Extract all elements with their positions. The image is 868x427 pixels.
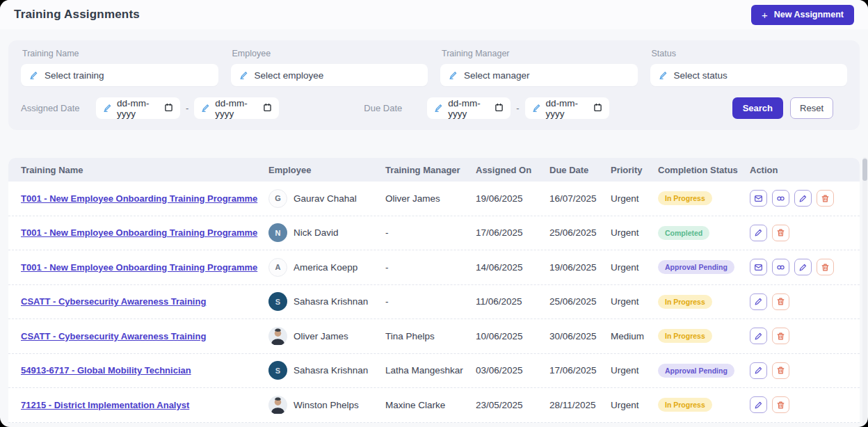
employee-avatar: G bbox=[268, 189, 287, 208]
assigned-date-to-input[interactable]: dd-mm-yyyy bbox=[194, 97, 279, 119]
edit-button[interactable] bbox=[750, 362, 767, 379]
employee-name: America Koepp bbox=[294, 262, 357, 273]
filter-field-label: Training Manager bbox=[442, 49, 638, 58]
column-header: Priority bbox=[611, 165, 658, 175]
employee-name: Sahasra Krishnan bbox=[294, 365, 368, 376]
link-button[interactable] bbox=[772, 259, 789, 275]
edit-button[interactable] bbox=[750, 225, 767, 241]
column-header: Training Manager bbox=[385, 165, 476, 175]
range-separator: - bbox=[516, 103, 519, 113]
delete-button[interactable] bbox=[772, 328, 789, 344]
search-button[interactable]: Search bbox=[732, 97, 783, 119]
calendar-icon[interactable] bbox=[263, 102, 272, 115]
due-date: 25/06/2025 bbox=[549, 227, 611, 238]
filter-select-value: Select training bbox=[45, 70, 104, 81]
filter-panel: Training Name Select training Employee S… bbox=[8, 40, 860, 130]
assigned-on-date: 19/06/2025 bbox=[476, 193, 549, 204]
scrollbar-thumb[interactable] bbox=[862, 159, 867, 181]
range-separator: - bbox=[186, 103, 188, 113]
priority: Urgent bbox=[611, 296, 658, 307]
status-badge: Approval Pending bbox=[658, 260, 734, 274]
table-body: T001 - New Employee Onboarding Training … bbox=[8, 182, 860, 423]
edit-button[interactable] bbox=[750, 396, 767, 413]
pen-icon bbox=[659, 71, 668, 80]
mail-button[interactable] bbox=[750, 259, 767, 275]
employee-name: Sahasra Krishnan bbox=[294, 296, 368, 307]
pen-icon bbox=[532, 104, 541, 113]
page-title: Training Assignments bbox=[14, 8, 140, 22]
priority: Urgent bbox=[611, 262, 658, 273]
training-manager: - bbox=[385, 296, 476, 307]
edit-button[interactable] bbox=[750, 293, 767, 310]
training-manager: Maxine Clarke bbox=[385, 400, 476, 410]
filter-select[interactable]: Select training bbox=[21, 64, 218, 86]
assignments-table: Training NameEmployeeTraining ManagerAss… bbox=[8, 158, 860, 423]
assigned-on-date: 17/06/2025 bbox=[476, 227, 549, 238]
training-link[interactable]: CSATT - Cybersecurity Awareness Training bbox=[21, 331, 216, 341]
filter-select[interactable]: Select employee bbox=[231, 64, 428, 86]
filter-field-label: Training Name bbox=[22, 49, 218, 58]
training-link[interactable]: T001 - New Employee Onboarding Training … bbox=[21, 193, 267, 204]
delete-button[interactable] bbox=[772, 396, 789, 413]
filter-select-value: Select employee bbox=[255, 70, 324, 81]
status-badge: In Progress bbox=[658, 329, 712, 343]
filter-select-value: Select status bbox=[674, 70, 728, 81]
training-link[interactable]: CSATT - Cybersecurity Awareness Training bbox=[21, 296, 216, 307]
delete-button[interactable] bbox=[817, 259, 834, 275]
employee-avatar bbox=[268, 327, 287, 346]
due-date: 25/06/2025 bbox=[549, 296, 611, 307]
filter-field-label: Employee bbox=[232, 49, 428, 58]
column-header: Completion Status bbox=[658, 165, 750, 175]
pen-icon bbox=[29, 71, 38, 80]
priority: Medium bbox=[611, 331, 658, 341]
column-header: Due Date bbox=[549, 165, 611, 175]
priority: Urgent bbox=[611, 227, 658, 238]
delete-button[interactable] bbox=[772, 225, 789, 241]
plus-icon: + bbox=[762, 10, 768, 20]
calendar-icon[interactable] bbox=[593, 102, 602, 115]
training-manager: - bbox=[385, 227, 476, 238]
training-link[interactable]: 54913-6717 - Global Mobility Technician bbox=[21, 365, 201, 376]
priority: Urgent bbox=[611, 193, 658, 204]
table-row: 54913-6717 - Global Mobility Technician … bbox=[8, 354, 860, 389]
edit-button[interactable] bbox=[750, 328, 767, 344]
new-assignment-button[interactable]: + New Assignment bbox=[751, 5, 854, 25]
edit-button[interactable] bbox=[794, 190, 812, 207]
assigned-date-label: Assigned Date bbox=[21, 103, 96, 113]
due-date-from-input[interactable]: dd-mm-yyyy bbox=[427, 97, 511, 119]
training-link[interactable]: T001 - New Employee Onboarding Training … bbox=[21, 227, 267, 238]
due-date-to-input[interactable]: dd-mm-yyyy bbox=[525, 97, 609, 119]
training-link[interactable]: 71215 - District Implementation Analyst bbox=[21, 400, 199, 410]
employee-avatar: S bbox=[268, 292, 287, 311]
delete-button[interactable] bbox=[772, 362, 789, 379]
row-actions bbox=[750, 328, 847, 344]
employee-name: Winston Phelps bbox=[294, 400, 359, 410]
priority: Urgent bbox=[611, 400, 658, 410]
column-header: Employee bbox=[268, 165, 385, 175]
delete-button[interactable] bbox=[817, 190, 834, 207]
mail-button[interactable] bbox=[750, 190, 767, 207]
status-badge: Approval Pending bbox=[658, 364, 734, 378]
employee-avatar bbox=[268, 396, 287, 414]
training-assignments-page: Training Assignments + New Assignment Tr… bbox=[0, 0, 868, 427]
link-button[interactable] bbox=[772, 190, 789, 207]
filter-select[interactable]: Select manager bbox=[440, 64, 638, 86]
edit-button[interactable] bbox=[794, 259, 812, 275]
status-badge: In Progress bbox=[658, 191, 712, 205]
due-date: 17/06/2025 bbox=[549, 365, 611, 376]
table-row: T001 - New Employee Onboarding Training … bbox=[8, 250, 860, 285]
assigned-date-from-input[interactable]: dd-mm-yyyy bbox=[96, 97, 180, 119]
assigned-on-date: 11/06/2025 bbox=[476, 296, 549, 307]
filter-select[interactable]: Select status bbox=[650, 64, 848, 86]
calendar-icon[interactable] bbox=[164, 102, 173, 115]
pen-icon bbox=[239, 71, 248, 80]
training-link[interactable]: T001 - New Employee Onboarding Training … bbox=[21, 262, 267, 273]
due-date: 30/06/2025 bbox=[549, 331, 611, 341]
calendar-icon[interactable] bbox=[495, 102, 504, 115]
table-row: CSATT - Cybersecurity Awareness Training… bbox=[8, 319, 860, 354]
row-actions bbox=[750, 293, 847, 310]
status-badge: Completed bbox=[658, 226, 709, 240]
delete-button[interactable] bbox=[772, 293, 789, 310]
reset-button[interactable]: Reset bbox=[790, 97, 833, 119]
column-header: Action bbox=[750, 165, 847, 175]
